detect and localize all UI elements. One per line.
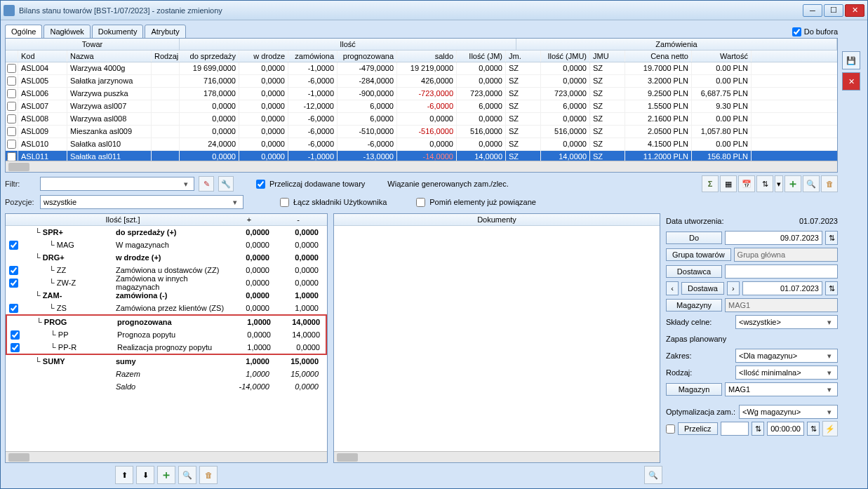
tree-row[interactable]: └ PP Prognoza popytu0,000014,0000 xyxy=(7,328,326,341)
dostawca-button[interactable]: Dostawca xyxy=(666,265,722,278)
do-date-input[interactable]: 09.07.2023 xyxy=(725,231,822,245)
tree-row[interactable]: └ ZAM- zamówiona (-)0,00001,0000 xyxy=(6,289,327,302)
col-nazwa[interactable]: Nazwa xyxy=(67,51,152,62)
tree-row[interactable]: └ DRG+ w drodze (+)0,00000,0000 xyxy=(6,251,327,264)
col-dosprz[interactable]: do sprzedaży xyxy=(180,51,239,62)
lightning-icon[interactable]: ⚡ xyxy=(822,421,838,436)
col-jm[interactable]: Jm. xyxy=(506,51,541,62)
przelicz-num[interactable] xyxy=(721,422,749,436)
docs-search-button[interactable]: 🔍 xyxy=(644,466,662,484)
col-cena[interactable]: Cena netto xyxy=(625,51,692,62)
dostawa-prev[interactable]: ‹ xyxy=(666,281,679,295)
przelicz-button[interactable]: Przelicz xyxy=(678,422,718,435)
tree-row[interactable]: └ MAG W magazynach0,00000,0000 xyxy=(6,239,327,251)
maximize-button[interactable]: ☐ xyxy=(824,4,843,17)
przeliczaj-checkbox[interactable] xyxy=(256,180,265,189)
tab-ogolne[interactable]: Ogólne xyxy=(5,25,42,39)
pozycje-combo[interactable]: wszystkie ▾ xyxy=(40,195,243,209)
sort-button[interactable]: ⇅ xyxy=(756,175,773,192)
tab-naglowek[interactable]: Nagłówek xyxy=(44,25,90,39)
magazyn-button[interactable]: Magazyn xyxy=(666,383,722,396)
opt-combo[interactable]: <Wg magazynu>▾ xyxy=(739,405,838,419)
row-checkbox[interactable] xyxy=(7,114,16,123)
add-button[interactable]: ＋ xyxy=(784,175,801,192)
col-wartosc[interactable]: Wartość xyxy=(692,51,752,62)
close-button[interactable]: ✕ xyxy=(845,4,864,17)
save-side-button[interactable]: 💾 xyxy=(842,51,860,69)
import-button[interactable]: ⬇ xyxy=(136,466,154,484)
filter-edit-button[interactable]: ✎ xyxy=(199,176,214,192)
minimize-button[interactable]: ─ xyxy=(803,4,822,17)
grid-tool1-button[interactable]: ▦ xyxy=(720,175,737,192)
do-spinner[interactable]: ⇅ xyxy=(825,231,838,245)
row-checkbox[interactable] xyxy=(7,76,16,86)
sigma-button[interactable]: Σ xyxy=(702,175,719,192)
dostawa-next[interactable]: › xyxy=(727,281,740,295)
col-saldo[interactable]: saldo xyxy=(397,51,457,62)
filter-apply-button[interactable]: 🔧 xyxy=(218,176,234,192)
col-rodzaj[interactable]: Rodzaj xyxy=(152,51,180,62)
do-bufora-checkbox[interactable] xyxy=(792,27,801,36)
dostawa-button[interactable]: Dostawa xyxy=(681,282,724,295)
search-button[interactable]: 🔍 xyxy=(803,175,820,192)
row-checkbox[interactable] xyxy=(7,89,16,98)
tab-dokumenty[interactable]: Dokumenty xyxy=(92,25,144,39)
table-row[interactable]: ASL011Sałatka asl011 0,00000,0000-1,0000… xyxy=(6,151,837,161)
tree-row[interactable]: └ PROG prognozowana1,000014,0000 xyxy=(7,316,326,328)
tree-row[interactable]: └ SUMY sumy1,000015,0000 xyxy=(6,355,327,368)
rodzaj-combo[interactable]: <Ilość minimalna>▾ xyxy=(735,366,838,380)
lacz-checkbox[interactable] xyxy=(280,198,289,207)
col-prognozowana[interactable]: prognozowana xyxy=(338,51,397,62)
col-zamowiona[interactable]: zamówiona xyxy=(288,51,338,62)
col-iloscjm[interactable]: Ilość (JM) xyxy=(457,51,506,62)
delete-row-button[interactable]: 🗑 xyxy=(199,466,218,484)
dostawa-spinner[interactable]: ⇅ xyxy=(825,281,838,295)
table-row[interactable]: ASL005Sałatka jarzynowa 716,00000,0000-6… xyxy=(6,75,837,88)
delete-button[interactable]: 🗑 xyxy=(821,175,838,192)
row-checkbox[interactable] xyxy=(7,140,16,149)
table-row[interactable]: ASL009Mieszanka asl009 0,00000,0000-6,00… xyxy=(6,126,837,138)
pomin-checkbox[interactable] xyxy=(416,198,425,207)
cancel-side-button[interactable]: ✕ xyxy=(842,72,860,91)
do-button[interactable]: Do xyxy=(666,232,722,244)
docs-hscroll[interactable] xyxy=(334,451,660,462)
filter-combo[interactable]: ▾ xyxy=(40,177,194,191)
grupa-button[interactable]: Grupa towarów xyxy=(666,248,731,261)
tree-row[interactable]: └ ZW-Z Zamówiona w innych magazynach0,00… xyxy=(6,276,327,289)
tree-row[interactable]: Razem1,000015,0000 xyxy=(6,368,327,380)
tree-row[interactable]: └ SPR+ do sprzedaży (+)0,00000,0000 xyxy=(6,226,327,239)
przelicz-spinner[interactable]: ⇅ xyxy=(752,422,764,436)
table-row[interactable]: ASL010Sałatka asl010 24,00000,0000-6,000… xyxy=(6,138,837,151)
tree-row[interactable]: Saldo-14,00000,0000 xyxy=(6,380,327,393)
dostawca-input[interactable] xyxy=(725,264,838,279)
col-iloscjmu[interactable]: Ilość (JMU) xyxy=(541,51,590,62)
time-spinner[interactable]: ⇅ xyxy=(807,422,820,436)
row-checkbox[interactable] xyxy=(7,102,16,111)
col-wdrodze[interactable]: w drodze xyxy=(239,51,288,62)
time-input[interactable]: 00:00:00 xyxy=(767,422,804,436)
export-button[interactable]: ⬆ xyxy=(115,466,133,484)
row-checkbox[interactable] xyxy=(7,127,16,136)
magazyn-combo[interactable]: MAG1▾ xyxy=(725,382,838,396)
dostawa-date[interactable]: 01.07.2023 xyxy=(742,281,822,295)
calendar-button[interactable]: 📅 xyxy=(738,175,755,192)
search-tree-button[interactable]: 🔍 xyxy=(178,466,196,484)
tree-row[interactable]: └ ZS Zamówiona przez klientów (ZS)0,0000… xyxy=(6,302,327,314)
table-row[interactable]: ASL006Warzywa puszka 178,00000,0000-1,00… xyxy=(6,88,837,100)
col-kod[interactable]: Kod xyxy=(18,51,67,62)
sklady-combo[interactable]: <wszystkie>▾ xyxy=(735,315,838,329)
add-row-button[interactable]: ＋ xyxy=(157,466,175,484)
table-row[interactable]: ASL004Warzywa 4000g 19 699,00000,0000-1,… xyxy=(6,62,837,75)
magazyny-button[interactable]: Magazyny xyxy=(666,299,722,312)
tab-atrybuty[interactable]: Atrybuty xyxy=(145,25,185,39)
tree-row[interactable]: └ PP-R Realizacja prognozy popytu1,00000… xyxy=(7,341,326,354)
row-checkbox[interactable] xyxy=(7,64,16,73)
table-row[interactable]: ASL007Warzywa asl007 0,00000,0000-12,000… xyxy=(6,100,837,113)
col-jmu[interactable]: JMU xyxy=(590,51,625,62)
tree-hscroll[interactable] xyxy=(6,451,327,462)
zakres-combo[interactable]: <Dla magazynu>▾ xyxy=(735,349,838,363)
grid-hscroll[interactable] xyxy=(6,161,837,172)
dropdown-arrow-button[interactable]: ▾ xyxy=(775,175,783,192)
row-checkbox[interactable] xyxy=(7,152,16,161)
przelicz-checkbox[interactable] xyxy=(666,424,675,434)
